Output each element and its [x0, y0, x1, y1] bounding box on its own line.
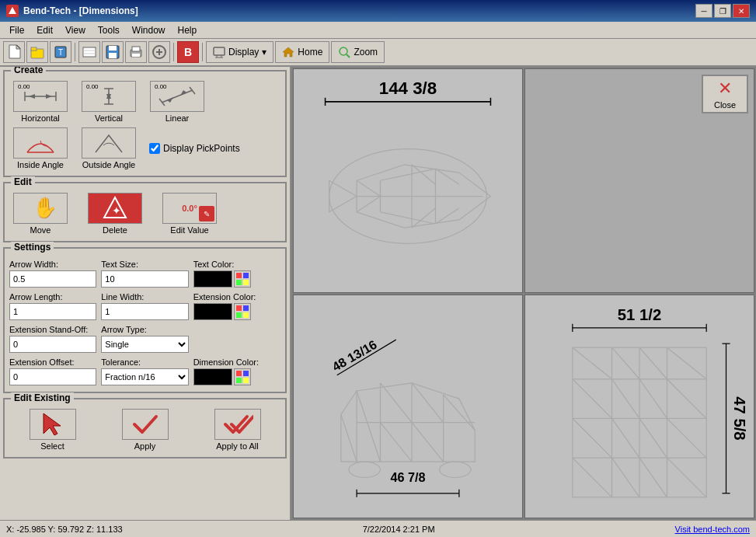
svg-rect-58 — [243, 378, 249, 383]
toolbar-save[interactable] — [102, 41, 124, 63]
left-panel: Create 0.00 — [0, 67, 291, 520]
inside-angle-button[interactable]: Inside Angle — [9, 127, 71, 169]
toolbar-icon3[interactable]: T — [50, 41, 71, 63]
svg-rect-48 — [243, 273, 249, 278]
ext-color-box[interactable] — [193, 303, 232, 320]
toolbar-print[interactable] — [125, 41, 147, 63]
svg-text:✦: ✦ — [112, 204, 121, 217]
menu-help[interactable]: Help — [172, 23, 204, 37]
ext-offset-field: Extension Offset: 0 — [9, 357, 96, 385]
toolbar-red[interactable]: B — [177, 41, 199, 63]
restore-button[interactable]: ❐ — [714, 4, 731, 18]
text-color-field: Text Color: — [193, 260, 280, 288]
svg-marker-59 — [44, 413, 61, 435]
toolbar-open[interactable] — [26, 41, 48, 63]
close-button[interactable]: ✕ Close — [702, 75, 748, 113]
edit-value-label: Edit Value — [170, 225, 208, 235]
tolerance-field: Tolerance: Fraction n/16 Fraction n/8 De… — [101, 357, 188, 385]
linear-button[interactable]: 0.00 Linear — [146, 81, 208, 123]
ext-color-picker[interactable] — [234, 303, 251, 320]
menu-window[interactable]: Window — [126, 23, 172, 37]
arrow-length-field: Arrow Length: 1 — [9, 292, 96, 320]
svg-text:✎: ✎ — [204, 210, 210, 218]
display-pickpoints-checkbox[interactable] — [149, 143, 160, 154]
settings-section-label: Settings — [11, 242, 54, 253]
tolerance-select[interactable]: Fraction n/16 Fraction n/8 Decimal — [101, 368, 188, 385]
website-link[interactable]: Visit bend-tech.com — [675, 525, 750, 534]
home-button[interactable]: Home — [275, 41, 329, 63]
dim-color-picker[interactable] — [234, 368, 251, 385]
svg-rect-47 — [236, 273, 242, 278]
svg-line-130 — [639, 418, 667, 458]
close-window-button[interactable]: ✕ — [733, 4, 750, 18]
svg-line-125 — [612, 378, 639, 418]
arrow-length-input[interactable]: 1 — [9, 303, 96, 320]
svg-line-124 — [573, 378, 612, 418]
svg-rect-15 — [132, 54, 140, 57]
dim-color-field: Dimension Color: — [193, 357, 280, 385]
status-bar: X: -25.985 Y: 59.792 Z: 11.133 7/22/2014… — [0, 520, 756, 537]
outside-angle-button[interactable]: Outside Angle — [78, 127, 140, 169]
close-icon: ✕ — [718, 78, 732, 99]
display-arrow: ▾ — [262, 47, 267, 58]
zoom-button[interactable]: Zoom — [331, 41, 385, 63]
svg-marker-29 — [29, 94, 35, 99]
menu-edit[interactable]: Edit — [30, 23, 59, 37]
svg-line-135 — [667, 458, 706, 497]
svg-line-97 — [357, 390, 380, 461]
svg-line-127 — [667, 378, 706, 418]
toolbar-icon4[interactable] — [78, 41, 100, 63]
horizontal-button[interactable]: 0.00 Horizontal — [9, 81, 71, 123]
menu-bar: File Edit View Tools Window Help — [0, 22, 756, 39]
create-section-label: Create — [11, 67, 46, 75]
svg-line-133 — [612, 458, 639, 497]
dim-color-box[interactable] — [193, 368, 232, 385]
arrow-width-field: Arrow Width: 0.5 — [9, 260, 96, 288]
apply-button[interactable]: Apply — [102, 409, 188, 451]
horizontal-label: Horizontal — [21, 113, 60, 123]
svg-marker-0 — [9, 7, 16, 14]
drawing-panel-bottom-right: 51 1/2 47 5/8 — [524, 295, 754, 519]
svg-marker-23 — [283, 47, 294, 57]
menu-view[interactable]: View — [59, 23, 92, 37]
arrow-width-input[interactable]: 0.5 — [9, 270, 96, 288]
ext-offset-input[interactable]: 0 — [9, 368, 96, 385]
display-button[interactable]: Display ▾ — [206, 41, 273, 63]
svg-marker-30 — [46, 94, 52, 99]
arrow-type-select[interactable]: Single Double None — [101, 336, 188, 353]
line-width-input[interactable]: 1 — [101, 303, 188, 320]
vertical-button[interactable]: 0.00 Vertical — [78, 81, 140, 123]
svg-rect-19 — [214, 47, 225, 55]
svg-line-134 — [639, 458, 667, 497]
svg-rect-51 — [236, 305, 242, 311]
select-button[interactable]: Select — [9, 409, 96, 451]
text-color-picker[interactable] — [234, 270, 251, 288]
toolbar-icon6[interactable] — [148, 41, 170, 63]
svg-line-101 — [412, 422, 444, 462]
minimize-button[interactable]: ─ — [695, 4, 712, 18]
menu-file[interactable]: File — [3, 23, 30, 37]
delete-button[interactable]: ✦ Delete — [84, 193, 146, 235]
menu-tools[interactable]: Tools — [92, 23, 126, 37]
svg-line-126 — [639, 378, 667, 418]
svg-line-102 — [444, 395, 476, 431]
close-label: Close — [714, 100, 736, 110]
text-color-box[interactable] — [193, 270, 232, 288]
svg-rect-57 — [236, 378, 242, 383]
ext-color-field: Extension Color: — [193, 292, 280, 320]
edit-value-button[interactable]: 0.0° ✎ Edit Value — [159, 193, 221, 235]
edit-existing-label: Edit Existing — [11, 392, 74, 403]
move-button[interactable]: ✋ Move — [9, 193, 71, 235]
ext-standoff-input[interactable]: 0 — [9, 336, 96, 353]
svg-line-25 — [347, 54, 350, 58]
svg-rect-49 — [236, 280, 242, 285]
svg-marker-2 — [16, 45, 20, 49]
arrow-type-field: Arrow Type: Single Double None — [101, 325, 188, 353]
svg-point-24 — [340, 47, 347, 55]
toolbar-sep1 — [75, 43, 75, 61]
apply-to-all-button[interactable]: Apply to All — [194, 409, 280, 451]
toolbar-new[interactable] — [3, 41, 25, 63]
text-size-input[interactable]: 10 — [101, 270, 188, 288]
svg-rect-4 — [31, 47, 37, 51]
svg-marker-40 — [180, 90, 186, 96]
